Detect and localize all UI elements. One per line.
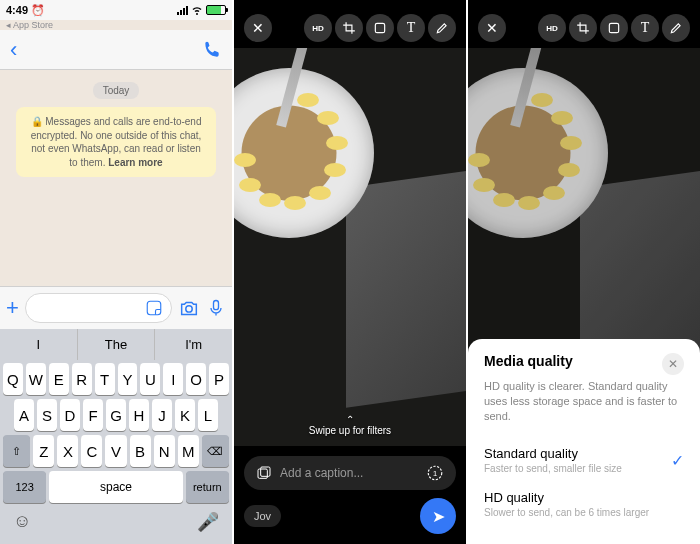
chat-body: Today 🔒 Messages and calls are end-to-en… [0, 70, 232, 286]
sheet-description: HD quality is clearer. Standard quality … [484, 379, 684, 424]
attach-button[interactable]: + [6, 295, 19, 321]
view-once-icon[interactable]: 1 [426, 464, 444, 482]
key-l[interactable]: L [198, 399, 218, 431]
media-editor-screen: ✕ HD T Swipe up for filters Add a captio… [234, 0, 466, 544]
close-button[interactable]: ✕ [244, 14, 272, 42]
date-header: Today [93, 82, 140, 99]
editor-bottom: Add a caption... 1 Jov ➤ [234, 446, 466, 544]
battery-icon [206, 5, 226, 15]
key-c[interactable]: C [81, 435, 102, 467]
space-key[interactable]: space [49, 471, 182, 503]
svg-point-1 [186, 306, 192, 312]
key-q[interactable]: Q [3, 363, 23, 395]
key-v[interactable]: V [105, 435, 126, 467]
status-bar: 4:49 ⏰ [0, 0, 232, 20]
crop-icon[interactable] [569, 14, 597, 42]
key-d[interactable]: D [60, 399, 80, 431]
hd-toggle[interactable]: HD [304, 14, 332, 42]
call-button[interactable] [202, 40, 222, 60]
option-standard-quality[interactable]: Standard quality Faster to send, smaller… [484, 438, 684, 482]
back-to-appstore[interactable]: ◂ App Store [0, 20, 232, 30]
check-icon: ✓ [671, 451, 684, 470]
text-icon[interactable]: T [631, 14, 659, 42]
media-quality-sheet: Media quality ✕ HD quality is clearer. S… [468, 339, 700, 544]
sticker-icon[interactable] [366, 14, 394, 42]
editor-toolbar: ✕ HD T [234, 0, 466, 48]
caption-input[interactable]: Add a caption... 1 [244, 456, 456, 490]
key-o[interactable]: O [186, 363, 206, 395]
message-input[interactable] [25, 293, 172, 323]
key-j[interactable]: J [152, 399, 172, 431]
draw-icon[interactable] [428, 14, 456, 42]
gallery-icon[interactable] [256, 465, 272, 481]
sheet-close-button[interactable]: ✕ [662, 353, 684, 375]
key-u[interactable]: U [140, 363, 160, 395]
suggestion[interactable]: I'm [155, 329, 232, 360]
key-y[interactable]: Y [118, 363, 138, 395]
svg-text:1: 1 [433, 469, 437, 478]
draw-icon[interactable] [662, 14, 690, 42]
svg-rect-5 [261, 467, 270, 476]
svg-rect-2 [214, 301, 219, 310]
clock: 4:49 [6, 4, 28, 16]
suggestion-bar: I The I'm [0, 329, 232, 360]
key-t[interactable]: T [95, 363, 115, 395]
key-z[interactable]: Z [33, 435, 54, 467]
suggestion[interactable]: I [0, 329, 78, 360]
crop-icon[interactable] [335, 14, 363, 42]
back-button[interactable]: ‹ [10, 37, 17, 63]
backspace-key[interactable]: ⌫ [202, 435, 229, 467]
svg-rect-8 [609, 23, 618, 32]
key-w[interactable]: W [26, 363, 46, 395]
text-icon[interactable]: T [397, 14, 425, 42]
sheet-title: Media quality [484, 353, 573, 369]
key-n[interactable]: N [154, 435, 175, 467]
message-input-bar: + [0, 286, 232, 329]
svg-rect-3 [375, 23, 384, 32]
cellular-icon [177, 6, 188, 15]
key-h[interactable]: H [129, 399, 149, 431]
emoji-button[interactable]: ☺ [13, 511, 31, 533]
key-a[interactable]: A [14, 399, 34, 431]
wifi-icon [191, 4, 203, 16]
key-p[interactable]: P [209, 363, 229, 395]
mic-button[interactable] [206, 298, 226, 318]
camera-button[interactable] [178, 297, 200, 319]
keyboard: QWERTYUIOP ASDFGHJKL ⇧ZXCVBNM⌫ 123 space… [0, 360, 232, 544]
key-k[interactable]: K [175, 399, 195, 431]
key-i[interactable]: I [163, 363, 183, 395]
svg-rect-4 [258, 469, 267, 478]
encryption-notice[interactable]: 🔒 Messages and calls are end-to-end encr… [16, 107, 216, 177]
sticker-icon[interactable] [600, 14, 628, 42]
editor-toolbar: ✕ HD T [468, 0, 700, 48]
shift-key[interactable]: ⇧ [3, 435, 30, 467]
key-e[interactable]: E [49, 363, 69, 395]
key-x[interactable]: X [57, 435, 78, 467]
key-r[interactable]: R [72, 363, 92, 395]
svg-rect-0 [147, 301, 161, 315]
hd-toggle[interactable]: HD [538, 14, 566, 42]
caption-placeholder: Add a caption... [280, 466, 363, 480]
return-key[interactable]: return [186, 471, 229, 503]
key-f[interactable]: F [83, 399, 103, 431]
key-b[interactable]: B [130, 435, 151, 467]
numbers-key[interactable]: 123 [3, 471, 46, 503]
recipient-chip[interactable]: Jov [244, 505, 281, 527]
media-quality-screen: ✕ HD T Media quality ✕ HD quality is cle… [468, 0, 700, 544]
nav-bar: ‹ [0, 30, 232, 70]
chat-screen: 4:49 ⏰ ◂ App Store ‹ Today 🔒 Messages an… [0, 0, 232, 544]
sticker-icon[interactable] [145, 299, 163, 317]
key-m[interactable]: M [178, 435, 199, 467]
key-s[interactable]: S [37, 399, 57, 431]
option-hd-quality[interactable]: HD quality Slower to send, can be 6 time… [484, 482, 684, 526]
swipe-hint: Swipe up for filters [234, 414, 466, 436]
suggestion[interactable]: The [78, 329, 156, 360]
send-button[interactable]: ➤ [420, 498, 456, 534]
dictation-button[interactable]: 🎤 [197, 511, 219, 533]
close-button[interactable]: ✕ [478, 14, 506, 42]
key-g[interactable]: G [106, 399, 126, 431]
photo-preview[interactable]: Swipe up for filters [234, 48, 466, 446]
